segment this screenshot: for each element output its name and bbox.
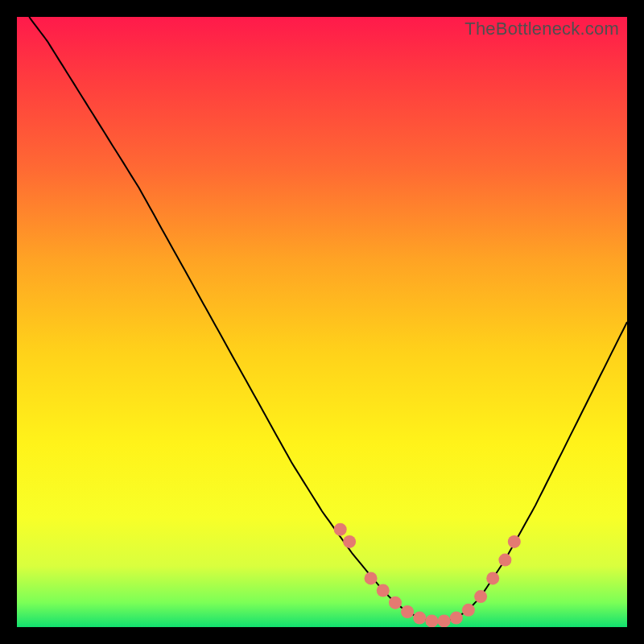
- highlight-markers: [334, 523, 521, 627]
- marker-point: [474, 590, 487, 603]
- marker-point: [343, 535, 356, 548]
- marker-point: [450, 612, 463, 625]
- marker-point: [508, 535, 521, 548]
- marker-point: [389, 597, 402, 609]
- marker-point: [334, 523, 347, 536]
- marker-point: [365, 572, 378, 584]
- marker-point: [425, 614, 438, 627]
- plot-svg: [17, 17, 627, 627]
- marker-point: [401, 605, 414, 618]
- watermark-label: TheBottleneck.com: [464, 19, 619, 39]
- bottleneck-curve: [29, 17, 627, 621]
- marker-point: [413, 612, 426, 625]
- marker-point: [462, 604, 475, 617]
- chart-area: TheBottleneck.com: [17, 17, 627, 627]
- marker-point: [486, 572, 499, 584]
- marker-point: [498, 554, 511, 567]
- marker-point: [438, 614, 451, 627]
- marker-point: [377, 584, 390, 597]
